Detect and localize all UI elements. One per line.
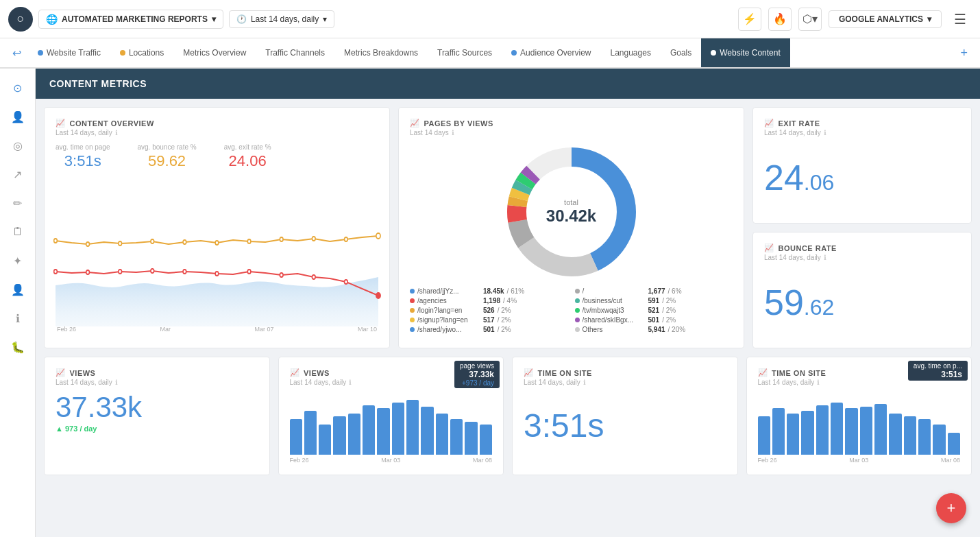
bounce-rate-card: 📈 BOUNCE RATE Last 14 days, daily ℹ 59.6…	[752, 232, 972, 348]
top-bar-icons: ⚡ 🔥 ⬡ ▾ GOOGLE ANALYTICS ▾ ☰	[738, 8, 972, 31]
tab-goals[interactable]: Goals	[661, 38, 701, 69]
metric-exit-rate: avg. exit rate % 24.06	[224, 143, 271, 170]
tbar-8	[874, 404, 887, 455]
report-selector[interactable]: 🌐 AUTOMATED MARKETING REPORTS ▾	[38, 10, 223, 29]
tab-website-traffic[interactable]: Website Traffic	[28, 38, 110, 69]
fire-icon-bounce: 📈	[764, 243, 774, 252]
svg-point-20	[345, 280, 348, 284]
bar-12	[465, 422, 477, 455]
tab-metrics-overview[interactable]: Metrics Overview	[173, 38, 256, 69]
menu-button[interactable]: ☰	[948, 8, 972, 31]
views-bar-x2: Mar 08	[473, 457, 492, 464]
bar-9	[421, 407, 433, 455]
tab-traffic-channels[interactable]: Traffic Channels	[256, 38, 334, 69]
tab-goals-label: Goals	[670, 48, 691, 58]
svg-point-3	[151, 239, 154, 243]
tab-website-traffic-label: Website Traffic	[47, 48, 101, 58]
views-big-card: 📈 VIEWS Last 14 days, daily ℹ 37.33k ▲ 9…	[44, 357, 270, 475]
main-content: CONTENT METRICS 📈 CONTENT OVERVIEW Last …	[36, 69, 980, 537]
fab-add-button[interactable]: +	[936, 493, 966, 523]
share-chevron-icon: ▾	[812, 12, 818, 25]
info-icon-pages: ℹ	[452, 129, 454, 136]
legend-item-8: /shared/skIBgx... 501 / 2%	[575, 316, 733, 324]
tab-traffic-sources[interactable]: Traffic Sources	[428, 38, 502, 69]
sidebar: ⊙ 👤 ◎ ↗ ✏ 🗒 ✦ 👤 ℹ 🐛	[0, 69, 36, 537]
views-bar-x1: Mar 03	[381, 457, 400, 464]
exit-rate-subtitle: Last 14 days, daily ℹ	[764, 129, 960, 136]
fire-button[interactable]: 🔥	[768, 8, 792, 31]
bar-0	[290, 419, 302, 455]
analytics-selector[interactable]: GOOGLE ANALYTICS ▾	[829, 10, 942, 28]
audience-overview-dot	[511, 50, 517, 56]
report-name: AUTOMATED MARKETING REPORTS	[62, 14, 208, 24]
svg-point-16	[215, 272, 219, 276]
tab-metrics-overview-label: Metrics Overview	[183, 48, 246, 58]
legend-dot-8	[575, 318, 580, 322]
fire-icon-time-big: 📈	[524, 368, 534, 377]
tbar-0	[758, 416, 770, 455]
svg-point-2	[119, 241, 122, 246]
bolt-button[interactable]: ⚡	[738, 8, 761, 31]
metric-bounce-value: 59.62	[138, 152, 197, 170]
tbar-10	[904, 416, 916, 455]
donut-total-value: 30.42k	[546, 206, 596, 226]
bar-6	[377, 408, 389, 455]
time-big-subtitle: Last 14 days, daily ℹ	[524, 379, 726, 386]
content-overview-title: 📈 CONTENT OVERVIEW	[56, 119, 378, 128]
website-traffic-dot	[38, 50, 43, 56]
views-big-subtitle: Last 14 days, daily ℹ	[56, 379, 258, 386]
time-bar-x0: Feb 26	[758, 457, 777, 464]
sidebar-icon-home[interactable]: ⊙	[5, 75, 30, 100]
globe-icon: 🌐	[46, 14, 58, 25]
bar-5	[363, 405, 375, 455]
analytics-name: GOOGLE ANALYTICS	[839, 14, 923, 24]
info-icon-time-bar: ℹ	[817, 379, 820, 386]
analytics-chevron-icon: ▾	[927, 14, 931, 24]
svg-point-15	[183, 270, 186, 274]
views-bar-card: 📈 VIEWS Last 14 days, daily ℹ page views…	[278, 357, 504, 475]
nav-tabs: ↩ Website Traffic Locations Metrics Over…	[0, 38, 980, 69]
add-tab-button[interactable]: +	[953, 40, 975, 66]
bar-11	[450, 419, 463, 455]
legend-item-1: /agencies 1,198 / 4%	[410, 297, 568, 305]
bounce-rate-title: 📈 BOUNCE RATE	[764, 243, 960, 252]
overview-metrics: avg. time on page 3:51s avg. bounce rate…	[56, 143, 378, 170]
sidebar-icon-profile[interactable]: 👤	[5, 277, 30, 302]
sidebar-icon-edit[interactable]: ✏	[5, 191, 30, 215]
legend-dot-7	[575, 308, 580, 313]
fire-icon-exit: 📈	[764, 119, 774, 128]
views-daily: ▲ 973 / day	[56, 425, 258, 433]
nav-back-button[interactable]: ↩	[5, 41, 28, 65]
legend-item-3: /signup?lang=en 517 / 2%	[410, 316, 568, 324]
sidebar-icon-reports[interactable]: 🗒	[5, 219, 30, 244]
views-big-number: 37.33k	[56, 393, 258, 422]
tab-locations[interactable]: Locations	[110, 38, 173, 69]
tab-languages[interactable]: Languages	[601, 38, 661, 69]
date-selector[interactable]: 🕐 Last 14 days, daily ▾	[229, 10, 334, 28]
sidebar-icon-analytics[interactable]: ◎	[5, 133, 30, 158]
row-2: 📈 VIEWS Last 14 days, daily ℹ 37.33k ▲ 9…	[44, 357, 972, 475]
tab-audience-overview[interactable]: Audience Overview	[502, 38, 600, 69]
sidebar-icon-info[interactable]: ℹ	[5, 306, 30, 331]
legend-dot-4	[410, 327, 415, 332]
legend-item-2: /login?lang=en 526 / 2%	[410, 307, 568, 314]
pages-legend: /shared/jjYz... 18.45k / 61% / 1,677 / 6…	[410, 287, 733, 333]
legend-dot-3	[410, 318, 415, 322]
info-icon-bounce: ℹ	[824, 254, 826, 261]
info-icon-overview: ℹ	[115, 129, 118, 136]
svg-point-1	[86, 242, 90, 246]
pages-by-views-card: 📈 PAGES BY VIEWS Last 14 days ℹ	[398, 107, 744, 348]
sidebar-icon-users[interactable]: 👤	[5, 104, 30, 129]
tab-website-content[interactable]: Website Content	[701, 38, 790, 69]
tbar-4	[816, 405, 829, 455]
svg-point-13	[119, 270, 122, 274]
info-icon-exit: ℹ	[824, 129, 826, 136]
donut-chart: total 30.42k	[503, 143, 640, 281]
sidebar-icon-star[interactable]: ✦	[5, 248, 30, 273]
tab-metrics-breakdowns[interactable]: Metrics Breakdowns	[334, 38, 428, 69]
sidebar-icon-growth[interactable]: ↗	[5, 162, 30, 187]
share-button[interactable]: ⬡ ▾	[798, 8, 822, 31]
clock-icon: 🕐	[236, 14, 247, 24]
sidebar-icon-bug[interactable]: 🐛	[5, 335, 30, 359]
metric-exit-label: avg. exit rate %	[224, 143, 271, 151]
